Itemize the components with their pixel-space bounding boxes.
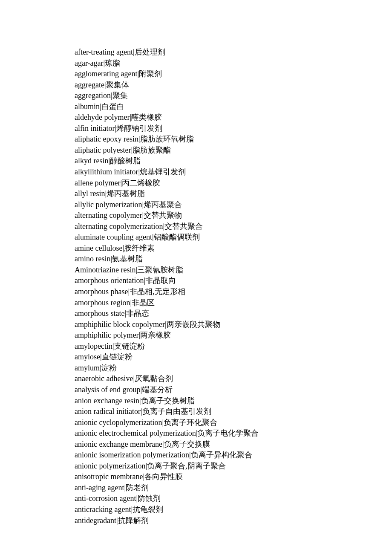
term-line: anion radical initiator|负离子自由基引发剂 <box>75 406 392 417</box>
term-chinese: 直链淀粉 <box>102 353 133 361</box>
term-line: amylum|淀粉 <box>75 363 392 374</box>
term-line: alfin initiator|烯醇钠引发剂 <box>75 123 392 134</box>
term-english: anionic exchange membrane <box>75 440 162 448</box>
term-chinese: 脂肪族环氧树脂 <box>140 135 194 143</box>
term-line: amine cellulose|胺纤维素 <box>75 243 392 254</box>
term-chinese: 白蛋白 <box>101 102 124 111</box>
term-chinese: 丙二烯橡胶 <box>122 179 160 187</box>
term-chinese: 醇酸树脂 <box>110 156 141 165</box>
term-english: alternating copolymer <box>75 211 142 220</box>
term-chinese: 防老剂 <box>126 483 149 492</box>
term-english: anionic isomerization polymerization <box>75 451 189 459</box>
term-english: anionic polymerization <box>75 462 145 470</box>
term-chinese: 烯丙基聚合 <box>144 200 182 209</box>
term-english: Aminotriazine resin <box>75 266 135 274</box>
term-english: anion exchange resin <box>75 396 139 405</box>
term-chinese: 负离子电化学聚合 <box>197 429 259 437</box>
term-english: amino resin <box>75 254 110 263</box>
term-line: albumin|白蛋白 <box>75 101 392 113</box>
term-chinese: 烯醇钠引发剂 <box>116 124 162 133</box>
term-english: allyl resin <box>75 189 105 198</box>
term-chinese: 三聚氰胺树脂 <box>137 266 183 274</box>
term-chinese: 非晶取向 <box>145 276 176 285</box>
term-english: anionic cyclopolymerization <box>75 418 162 427</box>
term-line: alternating copolymer|交替共聚物 <box>75 210 392 221</box>
term-chinese: 脂肪族聚酯 <box>133 146 171 154</box>
term-line: antidegradant|抗降解剂 <box>75 515 392 526</box>
term-line: after-treating agent|后处理剂 <box>75 47 392 58</box>
term-chinese: 两亲嵌段共聚物 <box>167 320 220 329</box>
term-line: amorphous phase|非晶相,无定形相 <box>75 286 392 298</box>
term-line: Aminotriazine resin|三聚氰胺树脂 <box>75 265 392 276</box>
terminology-list: after-treating agent|后处理剂agar-agar|琼脂agg… <box>75 47 392 526</box>
term-english: aliphatic epoxy resin <box>75 135 138 143</box>
term-english: anti-aging agent <box>75 483 124 492</box>
term-chinese: 醛类橡胶 <box>131 113 162 121</box>
term-line: alternating copolymerization|交替共聚合 <box>75 221 392 232</box>
term-line: amphiphilic block copolymer|两亲嵌段共聚物 <box>75 319 392 330</box>
term-english: agar-agar <box>75 59 104 67</box>
term-chinese: 负离子异构化聚合 <box>191 451 252 459</box>
term-english: amine cellulose <box>75 244 122 252</box>
term-chinese: 端基分析 <box>142 385 173 394</box>
term-line: anionic electrochemical polymerization|负… <box>75 428 392 439</box>
term-english: after-treating agent <box>75 48 133 56</box>
term-english: aliphatic polyester <box>75 146 131 154</box>
term-chinese: 烷基锂引发剂 <box>140 168 186 176</box>
term-english: amylum <box>75 364 100 372</box>
term-english: allene polymer <box>75 179 120 187</box>
term-line: amylopectin|支链淀粉 <box>75 341 392 352</box>
term-line: anisotropic membrane|各向异性膜 <box>75 471 392 483</box>
term-english: alkyllithium initiator <box>75 168 138 176</box>
term-line: anion exchange resin|负离子交换树脂 <box>75 396 392 407</box>
term-chinese: 两亲橡胶 <box>140 331 171 339</box>
term-line: aggregate|聚集体 <box>75 80 392 91</box>
term-line: aliphatic epoxy resin|脂肪族环氧树脂 <box>75 134 392 145</box>
term-chinese: 负离子交换膜 <box>164 440 210 448</box>
term-chinese: 非晶态 <box>126 309 149 318</box>
term-line: anionic exchange membrane|负离子交换膜 <box>75 439 392 450</box>
term-line: anti-aging agent|防老剂 <box>75 483 392 494</box>
term-chinese: 厌氧黏合剂 <box>135 374 173 383</box>
term-line: aliphatic polyester|脂肪族聚酯 <box>75 145 392 156</box>
term-chinese: 淀粉 <box>101 364 117 372</box>
term-line: amorphous region|非晶区 <box>75 298 392 309</box>
term-chinese: 防蚀剂 <box>138 494 161 503</box>
term-line: agglomerating agent|附聚剂 <box>75 69 392 80</box>
term-english: amylopectin <box>75 342 112 350</box>
term-english: anisotropic membrane <box>75 472 143 481</box>
term-chinese: 支链淀粉 <box>114 342 145 350</box>
term-english: alternating copolymerization <box>75 222 163 231</box>
term-chinese: 交替共聚物 <box>144 211 182 220</box>
term-line: aluminate coupling agent|铝酸酯偶联剂 <box>75 232 392 243</box>
term-line: allene polymer|丙二烯橡胶 <box>75 178 392 189</box>
term-english: anti-corrosion agent <box>75 494 136 503</box>
term-english: amorphous orientation <box>75 276 144 285</box>
term-english: antidegradant <box>75 516 116 525</box>
term-line: anionic cyclopolymerization|负离子环化聚合 <box>75 417 392 428</box>
term-chinese: 聚集 <box>112 91 128 100</box>
term-english: amorphous region <box>75 298 130 307</box>
term-english: amylose <box>75 353 100 361</box>
term-line: alkyd resin|醇酸树脂 <box>75 156 392 167</box>
term-chinese: 烯丙基树脂 <box>107 189 145 198</box>
term-chinese: 聚集体 <box>106 81 129 89</box>
term-line: amylose|直链淀粉 <box>75 352 392 363</box>
term-line: aggregation|聚集 <box>75 90 392 101</box>
term-chinese: 铝酸酯偶联剂 <box>154 233 200 241</box>
term-chinese: 负离子环化聚合 <box>164 418 217 427</box>
term-line: anionic isomerization polymerization|负离子… <box>75 450 392 461</box>
term-chinese: 非晶相,无定形相 <box>130 287 185 296</box>
term-line: analysis of end group|端基分析 <box>75 384 392 396</box>
term-english: agglomerating agent <box>75 69 137 78</box>
term-chinese: 负离子聚合,阴离子聚合 <box>147 462 226 470</box>
term-chinese: 负离子自由基引发剂 <box>142 407 211 416</box>
term-line: alkyllithium initiator|烷基锂引发剂 <box>75 167 392 178</box>
term-line: agar-agar|琼脂 <box>75 58 392 69</box>
term-english: albumin <box>75 102 100 111</box>
term-english: alfin initiator <box>75 124 115 133</box>
term-line: amphiphilic polymer|两亲橡胶 <box>75 330 392 341</box>
term-english: amorphous phase <box>75 287 128 296</box>
term-english: anionic electrochemical polymerization <box>75 429 196 437</box>
term-chinese: 负离子交换树脂 <box>141 396 195 405</box>
